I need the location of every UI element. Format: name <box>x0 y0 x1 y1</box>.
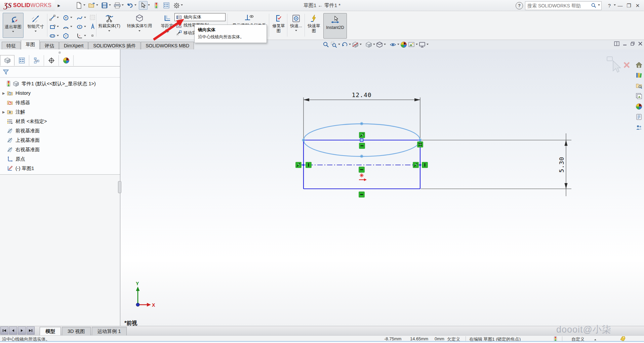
save-caret-icon[interactable] <box>109 4 111 7</box>
centerline-endpoint[interactable] <box>303 164 305 166</box>
tree-item-front-plane[interactable]: 前视基准面 <box>0 126 120 135</box>
tree-item-sensors[interactable]: 传感器 <box>0 98 120 107</box>
tree-item-right-plane[interactable]: 右视基准面 <box>0 145 120 154</box>
tab-model[interactable]: 模型 <box>40 327 61 335</box>
design-library-icon[interactable] <box>634 70 644 80</box>
help-search-box[interactable] <box>525 1 602 10</box>
graphics-viewport[interactable]: 12.40 5.30 <box>120 49 644 326</box>
settings-gear-icon[interactable] <box>172 1 180 9</box>
panel-grip-icon[interactable] <box>58 51 61 54</box>
help-circle-icon[interactable]: ? <box>516 2 523 9</box>
dismiss-x-icon[interactable] <box>624 62 629 68</box>
rectangle-tool-button[interactable] <box>49 24 59 30</box>
relation-coincident-icon[interactable] <box>413 162 419 168</box>
restore-button[interactable]: ❐ <box>625 3 633 9</box>
search-icon[interactable] <box>591 3 597 8</box>
tab-next-icon[interactable] <box>18 327 26 335</box>
hide-show-caret-icon[interactable] <box>397 44 399 46</box>
sw-resources-home-icon[interactable] <box>634 59 644 70</box>
text-tool-button[interactable] <box>89 23 96 30</box>
rapid-sketch-button[interactable]: 快速草 图 <box>305 14 323 34</box>
polygon-tool-button[interactable] <box>63 33 69 39</box>
spline-tool-button[interactable] <box>76 14 86 21</box>
quick-snaps-caret-icon[interactable] <box>295 30 297 32</box>
previous-view-icon[interactable] <box>341 41 348 48</box>
slot-caret-icon[interactable] <box>57 35 59 37</box>
tab-configuration-manager[interactable] <box>29 55 44 66</box>
section-view-icon[interactable] <box>352 41 359 48</box>
relation-vertical-icon[interactable] <box>306 162 312 168</box>
tab-display-manager[interactable] <box>59 55 74 66</box>
selected-point-handle[interactable] <box>360 139 363 142</box>
dimension-height-text[interactable]: 5.30 <box>558 157 565 172</box>
offset-entities-button[interactable]: 等距实 体 <box>159 14 175 38</box>
repair-sketch-button[interactable]: 修复草 图 <box>270 14 287 34</box>
split-pane-icon[interactable] <box>614 41 619 47</box>
trim-entities-button[interactable]: 剪裁实体(T) <box>98 13 120 39</box>
custom-properties-icon[interactable] <box>634 112 644 122</box>
spline-caret-icon[interactable] <box>84 17 86 19</box>
sketch-canvas[interactable]: 12.40 5.30 <box>120 49 644 326</box>
circle-caret-icon[interactable] <box>70 17 72 19</box>
hide-show-items-icon[interactable] <box>390 41 396 48</box>
settings-caret-icon[interactable] <box>181 4 183 7</box>
menu-flyout-icon[interactable]: ▶ <box>56 1 62 9</box>
dimension-width-text[interactable]: 12.40 <box>352 91 371 98</box>
help-button[interactable]: ? <box>605 3 614 8</box>
tab-evaluate[interactable]: 评估 <box>40 42 59 50</box>
display-style-caret-icon[interactable] <box>384 44 386 46</box>
search-caret-icon[interactable] <box>598 4 600 7</box>
rebuild-icon[interactable] <box>152 1 160 9</box>
forum-icon[interactable] <box>634 122 644 132</box>
rectangle-caret-icon[interactable] <box>57 26 59 28</box>
tree-item-origin[interactable]: 原点 <box>0 154 120 164</box>
relation-horizontal-icon[interactable] <box>359 143 365 149</box>
filter-funnel-icon[interactable] <box>3 69 9 75</box>
relation-coincident-icon[interactable] <box>296 162 301 168</box>
zoom-fit-icon[interactable] <box>323 41 329 48</box>
arc-tool-button[interactable] <box>63 24 72 30</box>
save-icon[interactable] <box>100 1 109 9</box>
tab-property-manager[interactable] <box>14 55 29 66</box>
relation-vertical-icon[interactable] <box>422 162 428 168</box>
tab-3d-views[interactable]: 3D 视图 <box>62 327 91 335</box>
smart-dimension-caret-icon[interactable] <box>35 31 37 33</box>
tree-item-annotations[interactable]: ▶ 注解 <box>0 107 120 117</box>
display-style-icon[interactable] <box>376 41 383 48</box>
view-settings-caret-icon[interactable] <box>427 44 429 46</box>
relation-horizontal-icon[interactable] <box>359 192 365 198</box>
print-icon[interactable] <box>113 1 121 9</box>
status-custom-caret-icon[interactable] <box>594 338 596 340</box>
point-tool-button[interactable] <box>90 33 95 38</box>
tree-item-material[interactable]: 材质 <未指定> <box>0 117 120 126</box>
close-button[interactable]: ✕ <box>633 3 642 9</box>
tab-dimxpert[interactable]: DimXpert <box>59 42 88 50</box>
tree-item-history[interactable]: ▶ History <box>0 88 120 98</box>
options-list-icon[interactable] <box>162 1 170 9</box>
tab-sketch[interactable]: 草图 <box>21 40 40 50</box>
tree-root-part[interactable]: 零件1 (默认<<默认>_显示状态 1>) <box>0 79 120 88</box>
panel-splitter-handle[interactable] <box>118 181 121 193</box>
relation-intersection-icon[interactable] <box>417 142 423 147</box>
tab-feature-tree[interactable] <box>0 55 14 66</box>
view-orientation-caret-icon[interactable] <box>373 44 375 46</box>
view-palette-icon[interactable] <box>634 91 644 101</box>
circle-tool-button[interactable] <box>63 14 72 21</box>
convert-entities-button[interactable]: 转换实体引用 <box>122 13 157 39</box>
help-search-input[interactable] <box>527 3 591 9</box>
file-explorer-icon[interactable] <box>634 80 644 91</box>
apply-scene-icon[interactable] <box>408 41 415 48</box>
convert-caret-icon[interactable] <box>138 30 140 33</box>
new-file-caret-icon[interactable] <box>83 4 85 7</box>
fillet-caret-icon[interactable] <box>84 35 86 37</box>
print-caret-icon[interactable] <box>122 4 124 7</box>
instant2d-button[interactable]: Instant2D <box>323 13 347 39</box>
previous-view-caret-icon[interactable] <box>349 44 351 46</box>
zoom-caret-icon[interactable] <box>338 44 340 46</box>
doc-close-icon[interactable] <box>638 41 643 47</box>
section-view-caret-icon[interactable] <box>360 44 362 46</box>
view-settings-icon[interactable] <box>419 41 426 48</box>
minimize-button[interactable]: — <box>616 3 625 8</box>
sketch-origin[interactable] <box>359 173 367 181</box>
ellipse-caret-icon[interactable] <box>84 26 86 28</box>
